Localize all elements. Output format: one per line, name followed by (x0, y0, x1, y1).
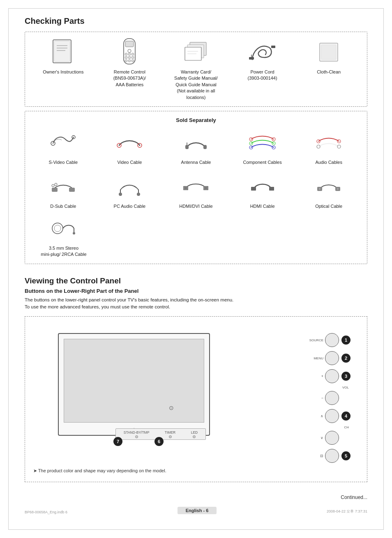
footer-right: 2008-04-22 오후 7:37:31 (327, 509, 367, 514)
component-cables-icon (246, 128, 279, 157)
svg-point-60 (319, 188, 321, 190)
svg-point-51 (137, 193, 140, 196)
svg-point-7 (128, 49, 131, 53)
hdmi-dvi-cable-icon (180, 172, 212, 201)
svg-point-61 (337, 188, 339, 190)
source-button[interactable] (325, 333, 339, 347)
sold-separately-row1: S-Video Cable Video Cable (32, 128, 360, 166)
annotation-1: 1 (341, 336, 350, 345)
svg-point-11 (125, 56, 127, 59)
vol-minus-row: − (297, 391, 350, 405)
vol-minus-label: − (321, 396, 323, 400)
ch-down-label: ∨ (321, 436, 323, 440)
control-inner-diagram: ⊙ SOURCE 1 MENU 2 + (33, 325, 359, 464)
vol-plus-button[interactable] (325, 369, 339, 383)
svg-point-14 (125, 60, 127, 62)
svg-rect-44 (52, 188, 58, 192)
power-cord-label: Power Cord(3903-000144) (247, 69, 277, 82)
part-svideo-cable: S-Video Cable (35, 128, 92, 166)
stereo-cable-icon (47, 214, 80, 243)
led-label: LED (191, 430, 198, 435)
menu-button[interactable] (325, 351, 339, 365)
svg-point-65 (73, 232, 75, 235)
pc-audio-cable-icon (113, 172, 146, 201)
input-button-row: ⊟ 5 (297, 449, 350, 463)
remote-control-icon (113, 38, 146, 67)
led-dot (193, 435, 196, 438)
warranty-card-icon (180, 38, 212, 67)
ch-up-button[interactable] (325, 409, 339, 423)
note-container: ➤ The product color and shape may vary d… (33, 468, 359, 474)
pc-audio-cable-label: PC Audio Cable (114, 203, 146, 209)
svg-point-13 (131, 56, 134, 59)
part-component-cables: Component Cables (234, 128, 291, 166)
video-cable-label: Video Cable (118, 159, 142, 166)
input-symbol: ⊟ (320, 454, 323, 458)
annotation-7: 7 (113, 437, 122, 446)
part-antenna-cable: Antenna Cable (167, 128, 225, 166)
optical-cable-label: Optical Cable (315, 203, 342, 209)
led-indicator: LED (191, 430, 198, 438)
timer-indicator: TIMER (165, 430, 175, 438)
remote-control-label: Remote Control(BN59-00673A)/AAA Batterie… (113, 69, 146, 88)
svg-point-10 (131, 53, 134, 55)
timer-dot (169, 435, 172, 438)
power-icon: ⊙ (169, 405, 174, 411)
antenna-cable-label: Antenna Cable (181, 159, 211, 166)
vol-minus-button[interactable] (325, 391, 339, 405)
tv-illustration: ⊙ (58, 333, 210, 436)
svg-rect-26 (321, 45, 336, 60)
sold-separately-header: Sold Separately (32, 117, 360, 123)
control-panel-title: Viewing the Control Panel (25, 276, 367, 285)
part-remote-control: Remote Control(BN59-00673A)/AAA Batterie… (101, 38, 158, 88)
vol-plus-label: + (321, 374, 323, 378)
svideo-cable-label: S-Video Cable (48, 159, 78, 166)
continued-text: Continued... (25, 494, 367, 500)
annotation-3-spacer (341, 393, 350, 402)
annotation-4-spacer (341, 433, 350, 442)
diagram-note: ➤ The product color and shape may vary d… (33, 468, 166, 473)
part-optical-cable: Optical Cable (300, 172, 357, 209)
checking-parts-title: Checking Parts (25, 16, 367, 26)
hdmi-cable-icon (246, 172, 279, 201)
svg-rect-32 (203, 145, 207, 149)
svg-rect-57 (269, 187, 274, 191)
source-button-row: SOURCE 1 (297, 333, 350, 347)
part-dsub-cable: D-Sub Cable (35, 172, 92, 209)
hdmi-dvi-cable-label: HDMI/DVI Cable (179, 203, 212, 209)
page-footer: BP68-00658A_Eng.indb 6 English - 6 2008-… (25, 507, 367, 514)
dsub-cable-label: D-Sub Cable (50, 203, 76, 209)
included-items-row: Owner's Instructions (32, 38, 360, 101)
svg-point-63 (54, 225, 61, 232)
vol-plus-row: + 3 (297, 369, 350, 383)
ch-up-label: ∧ (321, 414, 323, 418)
control-diagram-box: ⊙ SOURCE 1 MENU 2 + (25, 316, 367, 482)
svg-rect-56 (251, 187, 256, 191)
ch-row-label: CH (297, 425, 350, 429)
ch-up-row: ∧ 4 (297, 409, 350, 423)
svg-point-9 (128, 53, 131, 55)
control-buttons-panel: SOURCE 1 MENU 2 + 3 VOL (297, 333, 350, 467)
svg-point-47 (55, 183, 57, 186)
source-label: SOURCE (309, 338, 323, 342)
menu-button-row: MENU 2 (297, 351, 350, 365)
sold-separately-row2: D-Sub Cable PC Audio Cable (32, 172, 360, 209)
part-pc-audio-cable: PC Audio Cable (101, 172, 158, 209)
input-button[interactable] (325, 449, 339, 463)
power-cord-icon (246, 38, 279, 67)
svg-rect-22 (249, 57, 254, 60)
audio-cables-label: Audio Cables (315, 159, 342, 166)
svg-rect-24 (271, 46, 275, 48)
menu-label: MENU (314, 356, 323, 360)
svg-point-49 (119, 193, 122, 196)
svg-rect-1 (54, 41, 70, 62)
part-power-cord: Power Cord(3903-000144) (234, 38, 291, 82)
checking-parts-section: Checking Parts Owner's Instructions (25, 16, 367, 264)
cloth-clean-label: Cloth-Clean (317, 69, 341, 75)
svg-rect-31 (185, 145, 189, 149)
warranty-card-label: Warranty Card/Safety Guide Manual/Quick … (167, 69, 225, 101)
ch-down-button[interactable] (325, 431, 339, 445)
included-items-box: Owner's Instructions (25, 32, 367, 107)
ch-down-row: ∨ (297, 431, 350, 445)
svg-point-46 (52, 184, 54, 187)
